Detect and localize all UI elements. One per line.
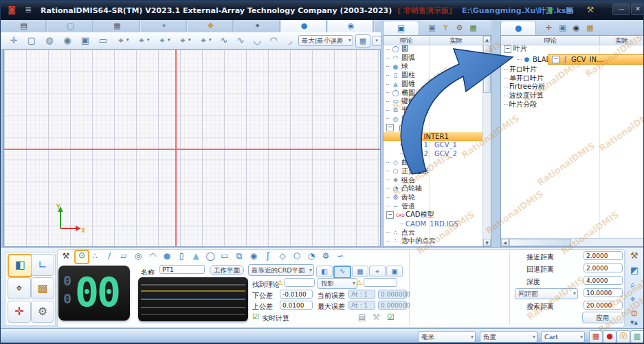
- machine-link-icon[interactable]: ⚒: [584, 4, 597, 15]
- tab-file[interactable]: ▤: [1, 20, 47, 32]
- ellipse-feature-icon[interactable]: ◯: [204, 250, 216, 262]
- report-chart-icon[interactable]: ▥: [630, 330, 644, 343]
- tab-joystick[interactable]: ⌖: [234, 20, 281, 32]
- tree-item-组合[interactable]: ❖组合: [384, 175, 483, 184]
- gear-feature-icon[interactable]: ⚙: [320, 250, 332, 262]
- 间距面-dropdown[interactable]: 间距面: [515, 288, 578, 299]
- grid-view-button[interactable]: ▦: [355, 34, 370, 47]
- header-theory[interactable]: 理论: [384, 36, 430, 45]
- tree-item-GCV_2[interactable]: GCV_2GCV_2: [384, 149, 483, 158]
- find-theory-input[interactable]: [285, 278, 315, 287]
- view-probe2-toggle[interactable]: ⌖: [369, 266, 386, 277]
- probe-dir-icon-2[interactable]: ⌖: [135, 34, 148, 47]
- linked-actual-item[interactable]: −ʃGCV_IN...: [548, 54, 644, 65]
- tree-item-齿轮[interactable]: ⚙齿轮: [384, 193, 483, 202]
- tree-item-点云[interactable]: ∴点云: [384, 228, 483, 237]
- workplane-button[interactable]: 工作平面: [210, 265, 244, 275]
- tree-item-圆[interactable]: ◯圆: [384, 45, 483, 54]
- surface-feature-icon[interactable]: ◇: [276, 250, 289, 262]
- sphere-view-icon[interactable]: ◍: [43, 34, 56, 47]
- monitor-print-icon[interactable]: ▣: [563, 4, 577, 15]
- scroll-left-icon[interactable]: ◀: [501, 239, 509, 246]
- unit-dropdown[interactable]: 毫米: [418, 331, 476, 343]
- close-button[interactable]: ✕: [631, 3, 644, 15]
- window-list-icon[interactable]: ≣: [21, 4, 35, 15]
- report-edit-icon[interactable]: ▤: [358, 312, 366, 322]
- view-probe-toggle[interactable]: ◧: [316, 266, 333, 277]
- strip-collapse-icon[interactable]: ▼▲: [630, 320, 638, 325]
- rtree-icon-axes[interactable]: ✛: [542, 23, 555, 32]
- cam-feature-icon[interactable]: ◔: [305, 250, 318, 262]
- projection-input[interactable]: [364, 278, 397, 287]
- line-feature-icon[interactable]: ∕: [103, 250, 115, 262]
- tree-item-Firtree分析[interactable]: Firtree分析: [501, 83, 644, 92]
- tool-adjust-icon[interactable]: ⚒: [373, 312, 380, 322]
- header-actual[interactable]: 实际: [600, 36, 644, 45]
- header-actual[interactable]: 实际: [430, 36, 483, 45]
- expand-toggle-icon[interactable]: −: [386, 124, 394, 131]
- probe-dir-icon-1-caret[interactable]: ▾: [126, 37, 129, 43]
- probe-adjust-icon[interactable]: ⌖: [630, 294, 635, 305]
- blade-tree-hscrollbar[interactable]: ◀: [501, 238, 644, 246]
- part-probe-icon[interactable]: ◩: [630, 265, 639, 275]
- tab-document[interactable]: ▢: [47, 20, 94, 32]
- ltree-icon-probe[interactable]: Y: [438, 23, 452, 32]
- expand-toggle-icon[interactable]: −: [386, 211, 394, 219]
- sphere-feature-icon[interactable]: ●: [161, 250, 173, 262]
- scroll-down-icon[interactable]: ▼: [483, 239, 491, 246]
- tree-item-曲面[interactable]: ◇曲面: [384, 158, 483, 167]
- pipe-feature-icon[interactable]: ∽: [334, 250, 346, 262]
- tree-item-GCV_INTER1[interactable]: GCV_INTER1: [384, 132, 483, 141]
- polygon-feature-icon[interactable]: ⬡: [291, 250, 303, 262]
- name-input[interactable]: [159, 265, 205, 274]
- path-input-接近距离[interactable]: [584, 251, 623, 260]
- zoom-box-icon[interactable]: ▢: [25, 34, 38, 47]
- quick-tool-icon[interactable]: ⚒: [60, 250, 72, 262]
- view-screen-toggle[interactable]: ▣: [386, 266, 403, 277]
- cylinder-feature-icon[interactable]: ▯: [175, 250, 188, 262]
- coord-dropdown[interactable]: Cart: [541, 331, 585, 343]
- visibility-icon[interactable]: ◉: [61, 34, 74, 47]
- tree-item-叶片分段[interactable]: 叶片分段: [501, 100, 644, 109]
- tree-item-开口叶片[interactable]: 开口叶片: [501, 65, 644, 74]
- v-mode-icon[interactable]: Ⓥ: [617, 330, 630, 343]
- realtime-checkbox[interactable]: ☑: [252, 312, 259, 321]
- tree-item-圆弧[interactable]: ◠圆弧: [384, 54, 483, 63]
- tab-probe-manage[interactable]: ⌖: [141, 20, 188, 32]
- tree-item-圆锥[interactable]: ▲圆锥: [384, 80, 483, 89]
- arc-scan-icon[interactable]: ◠: [267, 34, 280, 47]
- probe-dir-icon-4-caret[interactable]: ▾: [188, 37, 191, 43]
- scroll-thumb[interactable]: [483, 45, 491, 93]
- probe-dir-icon-5[interactable]: ⌖: [197, 34, 210, 47]
- rtree-icon-camera[interactable]: ◉: [569, 23, 583, 32]
- plane-feature-icon[interactable]: ▱: [118, 250, 130, 262]
- tree-item-圆环[interactable]: ◎圆环: [384, 115, 483, 124]
- probe-dir-icon-3-caret[interactable]: ▾: [168, 37, 170, 43]
- angle-dropdown[interactable]: 角度: [480, 331, 537, 343]
- curve-scan-icon-2[interactable]: ∿: [234, 34, 247, 47]
- tree-item-球[interactable]: ●球: [384, 62, 483, 71]
- path-input-搜索距离[interactable]: [584, 301, 623, 310]
- tree-item-叶片[interactable]: −叶片: [501, 45, 644, 54]
- scroll-thumb[interactable]: [509, 239, 571, 246]
- magnifier-icon[interactable]: ⌕: [630, 279, 635, 290]
- confirm-check-icon[interactable]: ☑: [387, 312, 395, 322]
- curve-feature-icon[interactable]: ʃ: [262, 250, 274, 262]
- header-theory[interactable]: 理论: [501, 36, 600, 45]
- tab-measure[interactable]: ●: [281, 20, 328, 32]
- path-input-深度[interactable]: [584, 276, 623, 285]
- view-graph-toggle[interactable]: ∿: [333, 266, 351, 279]
- edge-scan-icon[interactable]: ◞: [284, 34, 296, 47]
- coordinate-button[interactable]: ✛: [8, 301, 31, 323]
- apply-button[interactable]: 应用: [582, 312, 623, 323]
- tree-item-选中的点云[interactable]: ∴选中的点云: [384, 237, 483, 246]
- lower-tol-input[interactable]: [280, 290, 313, 299]
- path-input-间距面[interactable]: [584, 288, 623, 297]
- torus-feature-icon[interactable]: ◉: [247, 250, 260, 262]
- tree-item-凸轮轴[interactable]: ◔凸轮轴: [384, 184, 483, 193]
- feature-tree-scrollbar[interactable]: ▲ ▼: [482, 36, 491, 246]
- ltree-icon-chart[interactable]: ▦: [466, 23, 480, 32]
- tree-item-管道[interactable]: ∽管道: [384, 202, 483, 211]
- path-input-回退距离[interactable]: [584, 264, 623, 272]
- probe-dir-icon-3[interactable]: ⌖: [156, 34, 168, 47]
